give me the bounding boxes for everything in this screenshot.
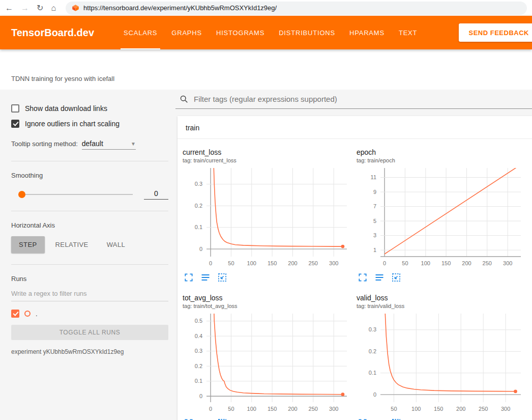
svg-text:0.2: 0.2 — [195, 203, 202, 209]
send-feedback-button[interactable]: SEND FEEDBACK — [459, 23, 532, 42]
svg-text:7: 7 — [373, 203, 376, 209]
chart-tag: tag: train/epoch — [357, 157, 524, 163]
svg-text:200: 200 — [462, 260, 471, 266]
section-header-train[interactable]: train — [178, 116, 532, 139]
train-section-card: train current_loss tag: train/current_lo… — [178, 116, 532, 420]
line-chart[interactable]: 5010015020025030000.10.20.3 — [357, 311, 524, 416]
svg-text:0.3: 0.3 — [369, 326, 376, 332]
forward-icon[interactable]: → — [21, 4, 29, 12]
smoothing-value[interactable]: 0 — [144, 189, 168, 200]
chart-card: current_loss tag: train/current_loss 050… — [183, 145, 350, 283]
svg-text:0: 0 — [209, 406, 212, 412]
fit-domain-icon[interactable] — [391, 418, 401, 420]
chart-title: valid_loss — [357, 294, 524, 302]
tooltip-sorting-row: Tooltip sorting method: default ▼ — [11, 139, 168, 150]
fit-domain-icon[interactable] — [217, 418, 227, 420]
relative-button[interactable]: RELATIVE — [48, 236, 96, 253]
show-download-links-option[interactable]: Show data download links — [11, 103, 168, 114]
checkbox-icon[interactable] — [11, 104, 19, 113]
svg-text:100: 100 — [421, 260, 430, 266]
chevron-down-icon: ▼ — [131, 141, 136, 147]
divider — [11, 211, 168, 211]
svg-text:3: 3 — [373, 232, 376, 238]
runs-filter-input[interactable] — [11, 290, 168, 301]
svg-text:5: 5 — [373, 218, 376, 224]
toggle-y-axis-icon[interactable] — [374, 272, 385, 283]
main-content: train current_loss tag: train/current_lo… — [175, 90, 532, 420]
svg-text:100: 100 — [247, 260, 256, 266]
back-icon[interactable]: ← — [5, 4, 13, 12]
svg-text:0.1: 0.1 — [369, 370, 376, 376]
svg-text:0.3: 0.3 — [195, 181, 202, 187]
tab-scalars[interactable]: SCALARS — [116, 16, 164, 49]
svg-text:200: 200 — [288, 406, 297, 412]
toggle-all-runs-button[interactable]: TOGGLE ALL RUNS — [11, 325, 168, 340]
toggle-y-axis-icon[interactable] — [200, 272, 211, 283]
expand-icon[interactable] — [358, 272, 368, 283]
step-button[interactable]: STEP — [11, 236, 45, 253]
svg-text:100: 100 — [411, 406, 421, 412]
checkbox-icon[interactable] — [11, 120, 19, 128]
expand-icon[interactable] — [184, 272, 194, 283]
svg-text:250: 250 — [309, 260, 318, 266]
tag-filter-input[interactable] — [193, 94, 532, 104]
line-chart[interactable]: 05010015020025030000.10.20.30.40.5 — [183, 311, 350, 416]
svg-text:150: 150 — [268, 406, 277, 412]
line-chart[interactable]: 05010015020025030000.10.20.3 — [183, 165, 350, 270]
tab-text[interactable]: TEXT — [392, 16, 424, 49]
toggle-y-axis-icon[interactable] — [374, 418, 385, 420]
address-bar[interactable]: https://tensorboard.dev/experiment/yKUbh… — [66, 2, 527, 15]
svg-text:50: 50 — [391, 406, 397, 412]
chart-title: epoch — [357, 148, 524, 156]
slider-knob[interactable] — [18, 191, 25, 198]
expand-icon[interactable] — [358, 418, 368, 420]
checkbox-label: Show data download links — [25, 104, 107, 113]
subheader: TDNN training for yesno with icefall — [0, 49, 532, 90]
app-header: TensorBoard.dev SCALARS GRAPHS HISTOGRAM… — [0, 16, 532, 49]
chart-card: tot_avg_loss tag: train/tot_avg_loss 050… — [183, 291, 350, 420]
horizontal-axis-label: Horizontal Axis — [11, 221, 168, 229]
experiment-title: TDNN training for yesno with icefall — [11, 75, 532, 82]
run-color-swatch — [24, 311, 31, 317]
svg-text:0.3: 0.3 — [195, 348, 202, 354]
expand-icon[interactable] — [184, 418, 194, 420]
refresh-icon[interactable]: ↻ — [37, 4, 43, 12]
ignore-outliers-option[interactable]: Ignore outliers in chart scaling — [11, 118, 168, 129]
fit-domain-icon[interactable] — [391, 272, 401, 283]
tab-graphs[interactable]: GRAPHS — [164, 16, 209, 49]
tooltip-sorting-dropdown[interactable]: default ▼ — [82, 139, 136, 150]
chart-actions — [357, 272, 524, 283]
tab-distributions[interactable]: DISTRIBUTIONS — [272, 16, 342, 49]
svg-text:200: 200 — [288, 260, 297, 266]
home-icon[interactable]: ⌂ — [51, 4, 56, 12]
tab-histograms[interactable]: HISTOGRAMS — [209, 16, 272, 49]
chart-tag: tag: train/valid_loss — [357, 303, 524, 309]
chart-title: tot_avg_loss — [183, 294, 350, 302]
tab-hparams[interactable]: HPARAMS — [342, 16, 392, 49]
experiment-caption: experiment yKUbhb5wRmOSXYkId1z9eg — [11, 348, 168, 355]
fit-domain-icon[interactable] — [217, 272, 227, 283]
svg-text:0: 0 — [199, 393, 202, 399]
smoothing-slider[interactable] — [18, 191, 133, 198]
svg-text:0: 0 — [209, 260, 212, 266]
svg-text:100: 100 — [247, 406, 256, 412]
dropdown-value: default — [82, 139, 103, 148]
svg-text:300: 300 — [329, 406, 338, 412]
run-row[interactable]: . — [11, 310, 168, 318]
runs-label: Runs — [11, 275, 168, 283]
line-chart[interactable]: 0501001502002503001357911 — [357, 165, 524, 270]
svg-text:250: 250 — [483, 260, 492, 266]
svg-text:0.1: 0.1 — [195, 378, 202, 384]
smoothing-row: 0 — [18, 189, 168, 200]
toggle-y-axis-icon[interactable] — [200, 418, 211, 420]
svg-text:300: 300 — [503, 260, 512, 266]
wall-button[interactable]: WALL — [99, 236, 133, 253]
content-area: Show data download links Ignore outliers… — [0, 90, 532, 420]
tooltip-sorting-label: Tooltip sorting method: — [11, 140, 78, 148]
svg-text:0.2: 0.2 — [369, 348, 376, 354]
svg-text:50: 50 — [402, 260, 408, 266]
url-text: https://tensorboard.dev/experiment/yKUbh… — [83, 4, 277, 12]
svg-text:300: 300 — [329, 260, 338, 266]
svg-text:250: 250 — [479, 406, 488, 412]
run-checkbox[interactable] — [11, 310, 19, 318]
